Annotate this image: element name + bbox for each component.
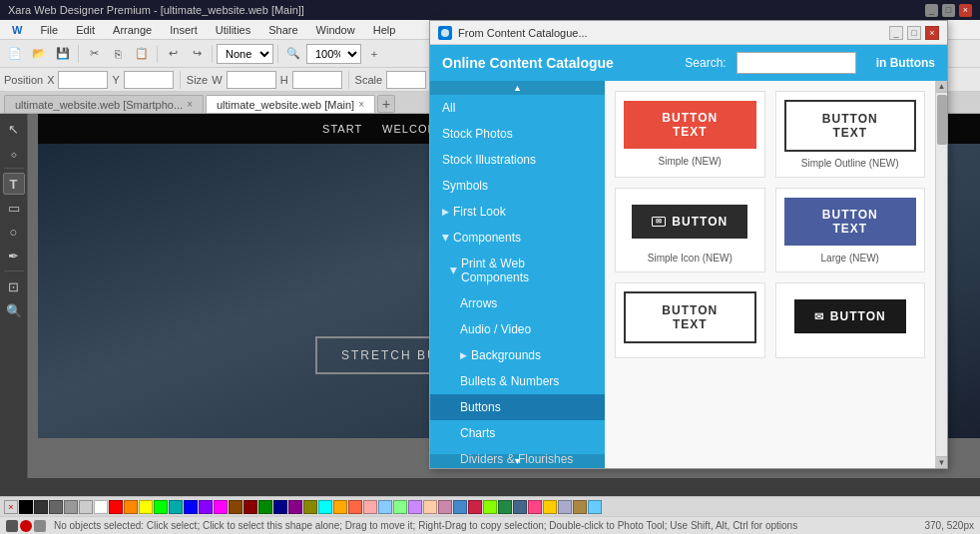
color-swatch-chartreuse[interactable] [483, 500, 497, 514]
category-audio-video[interactable]: Audio / Video [430, 316, 605, 342]
button-item-icon[interactable]: ✉ BUTTON Simple Icon (NEW) [615, 188, 765, 272]
color-swatch-forest[interactable] [498, 500, 512, 514]
add-tab-button[interactable]: + [377, 95, 395, 113]
category-buttons[interactable]: Buttons [430, 394, 605, 420]
color-swatch-transparent[interactable]: × [4, 500, 18, 514]
menu-arrange[interactable]: Arrange [105, 22, 160, 38]
menu-share[interactable]: Share [260, 22, 305, 38]
color-swatch-brown[interactable] [229, 500, 243, 514]
color-swatch-steel[interactable] [558, 500, 572, 514]
color-swatch-gray[interactable] [49, 500, 63, 514]
category-print-web[interactable]: ▶ Print & Web Components [430, 251, 605, 290]
save-button[interactable]: 💾 [52, 43, 74, 65]
new-button[interactable]: 📄 [4, 43, 26, 65]
view-select[interactable]: None [217, 44, 273, 64]
color-swatch-orange[interactable] [124, 500, 138, 514]
button-item-large[interactable]: BUTTON TEXT Large (NEW) [775, 188, 926, 272]
color-swatch-diamond[interactable] [588, 500, 602, 514]
tab-smartphone[interactable]: ultimate_website.web [Smartpho... × [4, 95, 204, 113]
color-swatch-purple[interactable] [199, 500, 213, 514]
color-swatch-white[interactable] [94, 500, 108, 514]
nav-start[interactable]: START [322, 123, 362, 135]
popup-close-button[interactable]: × [925, 26, 939, 40]
zoom-select[interactable]: 100% [306, 44, 361, 64]
category-arrows[interactable]: Arrows [430, 290, 605, 316]
paste-button[interactable]: 📋 [131, 43, 153, 65]
color-swatch-tan[interactable] [438, 500, 452, 514]
popup-minimize-button[interactable]: _ [889, 26, 903, 40]
redo-button[interactable]: ↪ [186, 43, 208, 65]
color-swatch-yellow[interactable] [139, 500, 153, 514]
category-first-look[interactable]: ▶ First Look [430, 199, 605, 225]
zoom-tool[interactable]: 🔍 [3, 299, 25, 321]
minimize-button[interactable]: _ [925, 4, 938, 17]
color-swatch-sky[interactable] [378, 500, 392, 514]
scrollbar-up[interactable]: ▲ [936, 81, 948, 93]
color-swatch-lightgray[interactable] [64, 500, 78, 514]
color-swatch-blue[interactable] [184, 500, 198, 514]
search-input[interactable] [736, 52, 856, 74]
pen-tool[interactable]: ✒ [3, 245, 25, 267]
color-swatch-darkred[interactable] [244, 500, 257, 514]
text-tool[interactable]: T [3, 173, 25, 195]
menu-utilities[interactable]: Utilities [208, 22, 258, 38]
color-swatch-red[interactable] [109, 500, 123, 514]
photo-tool[interactable]: ⊡ [3, 275, 25, 297]
color-swatch-lavender[interactable] [408, 500, 422, 514]
color-swatch-navy[interactable] [273, 500, 287, 514]
menu-w[interactable]: W [4, 22, 30, 38]
color-swatch-darkgray[interactable] [34, 500, 48, 514]
color-swatch-pink[interactable] [214, 500, 228, 514]
category-bullets-numbers[interactable]: Bullets & Numbers [430, 368, 605, 394]
maximize-button[interactable]: □ [942, 4, 955, 17]
color-swatch-olive[interactable] [303, 500, 317, 514]
scrollbar-thumb[interactable] [937, 95, 947, 145]
menu-help[interactable]: Help [365, 22, 404, 38]
selector-tool[interactable]: ↖ [3, 118, 25, 140]
color-swatch-indigo[interactable] [453, 500, 467, 514]
category-charts[interactable]: Charts [430, 420, 605, 446]
scale-input[interactable] [386, 71, 426, 89]
category-components[interactable]: ▶ Components [430, 225, 605, 251]
color-swatch-gold[interactable] [333, 500, 347, 514]
ellipse-tool[interactable]: ○ [3, 221, 25, 243]
menu-window[interactable]: Window [308, 22, 363, 38]
color-swatch-silver[interactable] [79, 500, 93, 514]
menu-edit[interactable]: Edit [68, 22, 103, 38]
height-input[interactable] [292, 71, 342, 89]
scroll-down-button[interactable]: ▼ [430, 454, 605, 468]
scroll-up-button[interactable]: ▲ [430, 81, 605, 95]
color-swatch-peach[interactable] [423, 500, 437, 514]
y-input[interactable] [124, 71, 174, 89]
category-all[interactable]: All [430, 95, 605, 121]
rectangle-tool[interactable]: ▭ [3, 197, 25, 219]
category-stock-illustrations[interactable]: Stock Illustrations [430, 147, 605, 173]
button-item-dark-icon[interactable]: ✉ BUTTON [775, 282, 926, 358]
color-swatch-salmon[interactable] [363, 500, 377, 514]
color-swatch-maroon[interactable] [288, 500, 302, 514]
copy-button[interactable]: ⎘ [107, 43, 129, 65]
undo-button[interactable]: ↩ [162, 43, 184, 65]
color-swatch-black[interactable] [19, 500, 33, 514]
color-swatch-mint[interactable] [393, 500, 407, 514]
color-swatch-lime[interactable] [154, 500, 168, 514]
category-symbols[interactable]: Symbols [430, 173, 605, 199]
button-item-simple-outline[interactable]: BUTTON TEXT Simple Outline (NEW) [775, 91, 926, 178]
scrollbar-down[interactable]: ▼ [936, 456, 948, 468]
menu-file[interactable]: File [32, 22, 66, 38]
category-stock-photos[interactable]: Stock Photos [430, 121, 605, 147]
color-swatch-teal[interactable] [169, 500, 183, 514]
tab-main[interactable]: ultimate_website.web [Main] × [206, 95, 375, 113]
button-item-outline-blue[interactable]: BUTTON TEXT [615, 282, 765, 358]
color-swatch-bronze[interactable] [573, 500, 587, 514]
color-swatch-coral[interactable] [348, 500, 362, 514]
color-swatch-slate[interactable] [513, 500, 527, 514]
tab-smartphone-close[interactable]: × [187, 99, 193, 110]
x-input[interactable] [58, 71, 108, 89]
color-swatch-amber[interactable] [543, 500, 557, 514]
color-swatch-cyan[interactable] [318, 500, 332, 514]
zoom-out-button[interactable]: 🔍 [282, 43, 304, 65]
close-button[interactable]: × [959, 4, 972, 17]
color-swatch-crimson[interactable] [468, 500, 482, 514]
node-tool[interactable]: ⬦ [3, 142, 25, 164]
